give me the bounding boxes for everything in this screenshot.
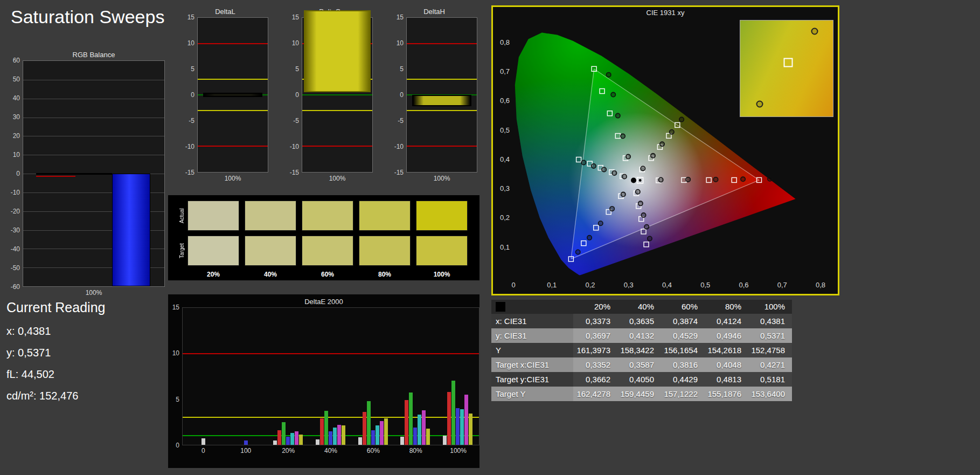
deltae-bar-red bbox=[405, 400, 408, 445]
x-tick-label: 20% bbox=[282, 447, 295, 455]
table-row-label: Target y:CIE31 bbox=[491, 372, 573, 387]
deltae-bar-magenta bbox=[464, 395, 468, 445]
zero-line bbox=[36, 173, 112, 175]
reference-line bbox=[302, 146, 372, 147]
table-cell: 161,3973 bbox=[573, 343, 617, 357]
white-point-marker bbox=[631, 178, 636, 183]
swatch-rows: ActualTarget20%40%60%80%100% bbox=[176, 201, 479, 278]
y-tick-label: -10 bbox=[185, 143, 194, 150]
deltaC-plot bbox=[302, 17, 373, 173]
table-corner-marker bbox=[496, 302, 505, 312]
deltae-bar-group bbox=[316, 308, 346, 445]
current-reading-line: cd/m²: 152,476 bbox=[6, 390, 163, 402]
table-header-cell: 100% bbox=[748, 300, 791, 314]
table-cell: 0,3587 bbox=[617, 357, 661, 372]
measured-point-yellow bbox=[641, 166, 645, 170]
swatch-percent-label: 80% bbox=[359, 271, 411, 278]
y-tick-label: 0 bbox=[176, 442, 179, 449]
deltae-bar-group bbox=[273, 308, 303, 445]
deltae-bar-magenta bbox=[337, 425, 341, 445]
measured-point-green bbox=[607, 72, 611, 77]
deltae-bar-group bbox=[400, 308, 430, 445]
table-header-cell: 60% bbox=[661, 300, 704, 314]
deltae-bar-white bbox=[201, 438, 205, 445]
deltae-bar-red bbox=[277, 430, 281, 445]
measured-point-magenta bbox=[638, 201, 643, 205]
swatch-target-100% bbox=[416, 236, 468, 266]
table-cell: 155,1876 bbox=[704, 387, 748, 401]
cie-zoom-inset bbox=[740, 20, 833, 117]
measured-point-red bbox=[658, 177, 663, 182]
table-row-label: Target x:CIE31 bbox=[491, 357, 573, 372]
deltae-bar-green bbox=[324, 411, 328, 445]
swatch-target-80% bbox=[359, 236, 411, 266]
y-tick-label: 0 bbox=[16, 170, 20, 177]
deltae-bar-group bbox=[244, 308, 248, 445]
svg-text:0,5: 0,5 bbox=[700, 281, 710, 289]
svg-text:0,7: 0,7 bbox=[777, 281, 787, 289]
cie-table: 20%40%60%80%100%x: CIE310,33730,36350,38… bbox=[491, 300, 792, 401]
table-row: y: CIE310,36970,41320,45290,49460,5371 bbox=[491, 328, 792, 343]
reference-line bbox=[198, 79, 268, 80]
deltae-2000-chart: DeltaE 2000 151050 010020%40%60%80%100% bbox=[168, 294, 479, 468]
y-tick-label: -15 bbox=[185, 169, 194, 176]
measured-point-blue bbox=[576, 250, 580, 254]
table-cell: 152,4758 bbox=[748, 343, 791, 357]
reference-square-dot bbox=[639, 179, 642, 182]
deltae-bar-white bbox=[273, 440, 277, 445]
measured-point-blue bbox=[599, 221, 603, 225]
y-tick-label: -10 bbox=[290, 143, 299, 150]
y-tick-label: 50 bbox=[13, 75, 20, 83]
measured-point-blue bbox=[610, 206, 614, 211]
gridline bbox=[23, 155, 164, 155]
measured-point-red bbox=[686, 177, 690, 182]
x-tick-label: 0 bbox=[201, 447, 205, 455]
deltae-bar-green bbox=[451, 381, 455, 445]
measured-point-green bbox=[621, 134, 625, 138]
deltae-bar-blue bbox=[329, 431, 332, 445]
table-cell: 0,3352 bbox=[573, 357, 617, 372]
reference-line bbox=[198, 43, 268, 44]
current-reading-line: y: 0,5371 bbox=[6, 347, 163, 359]
y-tick-label: 10 bbox=[13, 151, 20, 159]
y-tick-label: 0 bbox=[400, 91, 404, 99]
y-tick-label: -15 bbox=[394, 169, 404, 176]
deltaC-bar bbox=[304, 10, 371, 92]
rgb-balance-xlabel: 100% bbox=[23, 289, 165, 297]
deltaH-ylabels: 151050-5-10-15 bbox=[391, 17, 406, 173]
y-tick-label: -20 bbox=[11, 208, 20, 215]
page-title: Saturation Sweeps bbox=[11, 6, 164, 27]
table-cell: 0,4271 bbox=[748, 357, 791, 372]
deltae-bar-white bbox=[443, 436, 447, 445]
gridline bbox=[23, 136, 164, 136]
deltaH-chart: DeltaH 151050-5-10-15 100% bbox=[391, 8, 477, 182]
red-trace-line bbox=[36, 176, 75, 177]
table-cell: 158,3422 bbox=[617, 343, 661, 357]
deltae-bar-blue bbox=[456, 408, 460, 445]
inset-measured-point bbox=[811, 27, 818, 35]
y-tick-label: 10 bbox=[292, 39, 299, 47]
deltae-bar-blue bbox=[244, 440, 248, 445]
deltaC-chart: DeltaC 151050-5-10-15 100% bbox=[287, 8, 373, 182]
deltae-bar-red bbox=[320, 418, 324, 445]
table-cell: 157,1222 bbox=[661, 387, 704, 401]
svg-text:0,5: 0,5 bbox=[500, 126, 510, 134]
deltae-bar-magenta bbox=[422, 410, 426, 445]
cie-1931-panel: CIE 1931 xy 00,10,20,30,40,50,60,70,80,1… bbox=[491, 5, 839, 295]
y-tick-label: 30 bbox=[13, 113, 20, 121]
y-tick-label: -10 bbox=[11, 189, 20, 196]
table-cell: 0,4381 bbox=[748, 314, 791, 328]
y-tick-label: 0 bbox=[191, 91, 194, 99]
deltaC-ylabels: 151050-5-10-15 bbox=[287, 17, 302, 173]
measured-point-cyan bbox=[592, 164, 596, 168]
table-cell: 0,4529 bbox=[661, 328, 704, 343]
table-row: Y161,3973158,3422156,1654154,2618152,475… bbox=[491, 343, 792, 357]
table-row: Target x:CIE310,33520,35870,38160,40480,… bbox=[491, 357, 792, 372]
measured-point-cyan bbox=[612, 171, 616, 175]
table-cell: 159,4459 bbox=[617, 387, 661, 401]
measured-point-blue bbox=[621, 192, 625, 196]
deltae-bar-cyan bbox=[418, 415, 421, 445]
y-tick-label: 5 bbox=[176, 396, 179, 403]
blue-balance-bar bbox=[112, 174, 150, 286]
table-cell: 0,5181 bbox=[748, 372, 791, 387]
